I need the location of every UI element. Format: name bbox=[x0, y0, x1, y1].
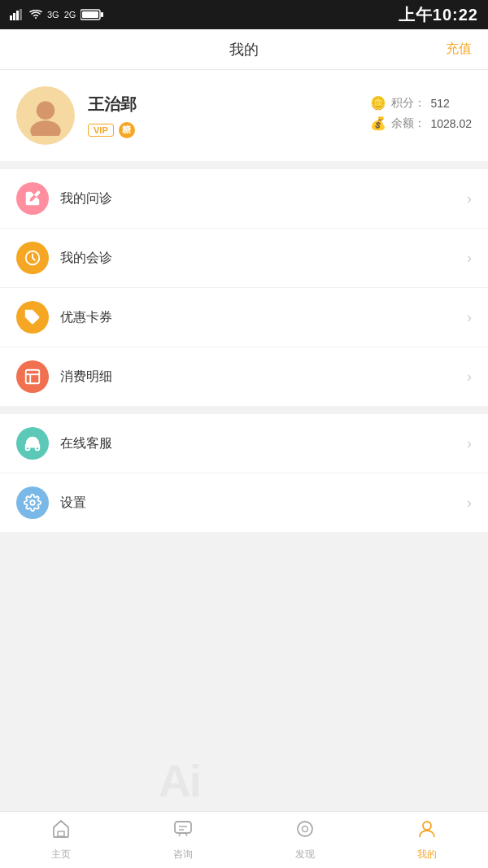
billing-arrow: › bbox=[467, 369, 472, 386]
svg-point-8 bbox=[30, 120, 61, 136]
inquiry-icon-wrap bbox=[16, 182, 49, 215]
gray-fill-area bbox=[0, 540, 488, 735]
svg-point-7 bbox=[37, 102, 55, 120]
svg-rect-5 bbox=[82, 11, 98, 18]
profile-name: 王治郢 bbox=[88, 94, 370, 116]
nav-item-discover[interactable]: 发现 bbox=[244, 818, 366, 861]
header: 我的 充值 bbox=[0, 29, 488, 70]
menu-item-inquiry[interactable]: 我的问诊 › bbox=[0, 169, 488, 229]
inquiry-label: 我的问诊 bbox=[60, 190, 467, 207]
sugar-badge: 糖 bbox=[119, 122, 135, 138]
points-icon: 🪙 bbox=[370, 95, 386, 111]
consult-icon bbox=[172, 818, 194, 844]
menu-group-2: 在线客服 › 设置 › bbox=[0, 414, 488, 532]
consultation-label: 我的会诊 bbox=[60, 250, 467, 267]
profile-card: 王治郢 VIP 糖 🪙 积分： 512 💰 余额： 1028.02 bbox=[0, 70, 488, 161]
balance-icon: 💰 bbox=[370, 116, 386, 131]
recharge-button[interactable]: 充值 bbox=[446, 41, 472, 58]
svg-rect-11 bbox=[26, 370, 40, 384]
svg-rect-6 bbox=[101, 12, 103, 17]
svg-rect-15 bbox=[58, 831, 64, 836]
svg-point-14 bbox=[30, 500, 35, 505]
profile-stats: 🪙 积分： 512 💰 余额： 1028.02 bbox=[370, 95, 472, 136]
discover-icon bbox=[294, 818, 316, 844]
nav-item-home[interactable]: 主页 bbox=[0, 818, 122, 861]
menu-item-service[interactable]: 在线客服 › bbox=[0, 414, 488, 473]
balance-value: 1028.02 bbox=[430, 117, 472, 130]
mine-label: 我的 bbox=[417, 848, 437, 861]
menu-group-1: 我的问诊 › 我的会诊 › 优惠卡券 › 消费明细 › bbox=[0, 169, 488, 406]
svg-point-21 bbox=[423, 822, 431, 830]
svg-rect-1 bbox=[13, 13, 15, 20]
service-label: 在线客服 bbox=[60, 435, 467, 452]
billing-label: 消费明细 bbox=[60, 369, 467, 386]
page-title: 我的 bbox=[229, 40, 259, 59]
service-arrow: › bbox=[467, 435, 472, 452]
network-type: 3G bbox=[47, 10, 59, 20]
service-icon-wrap bbox=[16, 427, 49, 460]
billing-icon-wrap bbox=[16, 360, 49, 393]
balance-label: 余额： bbox=[391, 116, 425, 131]
balance-row: 💰 余额： 1028.02 bbox=[370, 116, 472, 131]
svg-rect-3 bbox=[20, 9, 22, 20]
avatar bbox=[16, 86, 75, 145]
vip-badge: VIP bbox=[88, 124, 114, 137]
points-row: 🪙 积分： 512 bbox=[370, 95, 472, 111]
svg-point-19 bbox=[298, 822, 312, 836]
svg-rect-2 bbox=[16, 11, 19, 20]
consult-label: 咨询 bbox=[173, 848, 193, 861]
discover-label: 发现 bbox=[295, 848, 315, 861]
consultation-arrow: › bbox=[467, 250, 472, 267]
status-time: 上午10:22 bbox=[399, 4, 478, 26]
settings-label: 设置 bbox=[60, 495, 467, 512]
coupon-arrow: › bbox=[467, 309, 472, 326]
bottom-nav: 主页 咨询 发现 我的 bbox=[0, 811, 488, 868]
settings-arrow: › bbox=[467, 495, 472, 512]
profile-info: 王治郢 VIP 糖 bbox=[88, 94, 370, 138]
ai-watermark: Ai bbox=[159, 755, 200, 807]
coupon-icon-wrap bbox=[16, 301, 49, 334]
coupon-label: 优惠卡券 bbox=[60, 309, 467, 326]
menu-item-billing[interactable]: 消费明细 › bbox=[0, 347, 488, 406]
points-label: 积分： bbox=[391, 96, 425, 111]
status-bar: 3G 2G 上午10:22 bbox=[0, 0, 488, 29]
home-icon bbox=[50, 818, 72, 844]
inquiry-arrow: › bbox=[467, 190, 472, 207]
status-icons: 3G 2G bbox=[10, 9, 103, 20]
profile-badges: VIP 糖 bbox=[88, 122, 370, 138]
svg-rect-0 bbox=[10, 15, 12, 20]
points-value: 512 bbox=[430, 97, 449, 110]
nav-item-mine[interactable]: 我的 bbox=[366, 818, 488, 861]
network-type2: 2G bbox=[64, 10, 76, 20]
home-label: 主页 bbox=[51, 848, 71, 861]
menu-item-consultation[interactable]: 我的会诊 › bbox=[0, 229, 488, 288]
svg-point-20 bbox=[303, 827, 308, 832]
consultation-icon-wrap bbox=[16, 242, 49, 274]
menu-item-coupon[interactable]: 优惠卡券 › bbox=[0, 288, 488, 347]
nav-item-consult[interactable]: 咨询 bbox=[122, 818, 244, 861]
settings-icon-wrap bbox=[16, 486, 49, 519]
mine-icon bbox=[416, 818, 438, 844]
svg-rect-16 bbox=[175, 822, 191, 833]
menu-item-settings[interactable]: 设置 › bbox=[0, 473, 488, 532]
